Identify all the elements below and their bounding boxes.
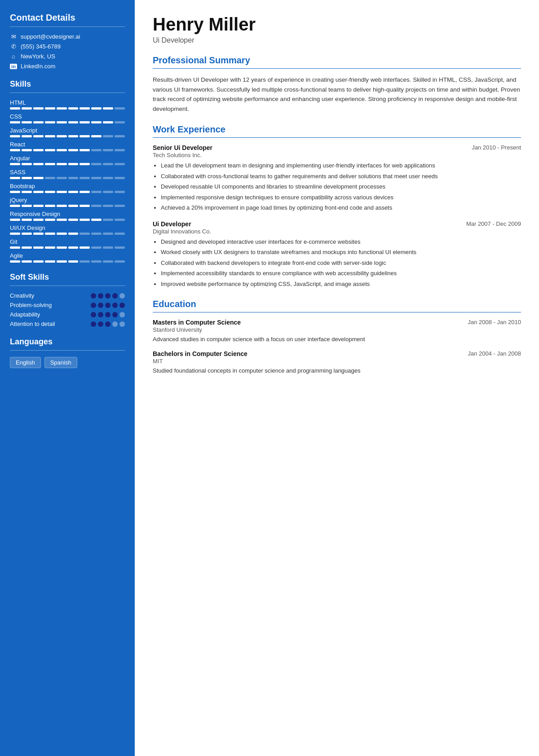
job-company: Digital Innovations Co. (153, 228, 521, 235)
contact-email: ✉ support@cvdesigner.ai (10, 33, 125, 40)
skill-bar-filled (45, 219, 55, 221)
soft-skills-heading: Soft Skills (10, 273, 125, 282)
skill-bar (10, 163, 125, 165)
skill-bar-filled (45, 205, 55, 207)
skill-bar (10, 246, 125, 249)
skill-bar-filled (10, 191, 20, 193)
skill-bar-filled (80, 163, 90, 165)
resume-job-title: Ui Developer (153, 36, 521, 44)
skill-bar-filled (33, 163, 44, 165)
phone-icon: ✆ (10, 43, 17, 50)
dot-filled (112, 312, 118, 317)
skill-bar-empty (80, 260, 90, 263)
soft-skills-divider (10, 286, 125, 286)
skill-bar (10, 177, 125, 179)
skill-bar-empty (91, 163, 102, 165)
skill-name: CSS (10, 113, 125, 120)
skill-bar-filled (57, 135, 67, 137)
skill-bar-filled (68, 149, 79, 151)
job-title: Senior Ui Developer (153, 144, 212, 151)
job-dates: Mar 2007 - Dec 2009 (466, 220, 521, 227)
skill-bar-empty (115, 121, 125, 123)
skill-bar-empty (115, 260, 125, 263)
dot-filled (112, 303, 118, 308)
job-bullet: Lead the UI development team in designin… (161, 161, 521, 170)
edu-block: Bachelors in Computer ScienceJan 2004 - … (153, 350, 521, 375)
skill-bar-filled (80, 121, 90, 123)
edu-dates: Jan 2008 - Jan 2010 (468, 319, 521, 325)
language-tags: EnglishSpanish (10, 357, 125, 368)
languages-heading: Languages (10, 337, 125, 347)
skill-bar-filled (91, 121, 102, 123)
skill-bar-filled (103, 121, 113, 123)
skill-bar (10, 121, 125, 123)
skill-bar-filled (33, 135, 44, 137)
soft-skill-name: Attention to detail (10, 321, 55, 327)
skill-bar-filled (45, 135, 55, 137)
dot-empty (112, 321, 118, 327)
skills-divider (10, 92, 125, 93)
contact-phone: ✆ (555) 345-6789 (10, 43, 125, 50)
soft-skill-dots (91, 312, 125, 317)
soft-skill-row: Problem-solving (10, 302, 125, 308)
job-company: Tech Solutions Inc. (153, 152, 521, 158)
skill-bar-filled (57, 163, 67, 165)
skill-bar-filled (68, 233, 79, 235)
skill-item: jQuery (10, 197, 125, 207)
skill-item: Git (10, 238, 125, 249)
skill-bar-filled (80, 219, 90, 221)
job-header: Ui DeveloperMar 2007 - Dec 2009 (153, 220, 521, 228)
main-content: Henry Miller Ui Developer Professional S… (135, 0, 539, 756)
skill-bar-filled (10, 177, 20, 179)
linkedin-icon: in (10, 64, 17, 69)
dot-filled (105, 293, 110, 299)
skill-name: Git (10, 238, 125, 245)
job-title: Ui Developer (153, 220, 191, 228)
summary-heading: Professional Summary (153, 55, 521, 66)
skill-bar-filled (80, 205, 90, 207)
education-list: Masters in Computer ScienceJan 2008 - Ja… (153, 319, 521, 375)
skill-bar (10, 219, 125, 221)
skill-bar-empty (115, 233, 125, 235)
skill-name: Responsive Design (10, 211, 125, 217)
soft-skill-name: Problem-solving (10, 302, 52, 308)
skill-bar-empty (115, 219, 125, 221)
job-bullet: Collaborated with backend developers to … (161, 259, 521, 268)
skill-item: CSS (10, 113, 125, 123)
skill-bar-empty (80, 177, 90, 179)
dot-filled (105, 321, 110, 327)
edu-block: Masters in Computer ScienceJan 2008 - Ja… (153, 319, 521, 344)
skill-bar-empty (103, 246, 113, 249)
skill-bar-filled (68, 135, 79, 137)
job-block: Senior Ui DeveloperJan 2010 - PresentTec… (153, 144, 521, 212)
skill-bar (10, 260, 125, 263)
edu-school: MIT (153, 358, 521, 365)
skill-bar-filled (57, 121, 67, 123)
skill-bar-empty (115, 205, 125, 207)
skill-bar-filled (80, 107, 90, 110)
skill-bar-filled (68, 205, 79, 207)
skill-bar-filled (80, 246, 90, 249)
soft-skill-row: Adaptability (10, 311, 125, 318)
skill-bar-empty (103, 163, 113, 165)
contact-location: ⌂ NewYork, US (10, 53, 125, 60)
skill-bar-empty (115, 163, 125, 165)
job-bullet: Implemented responsive design techniques… (161, 193, 521, 202)
skill-bar-empty (103, 149, 113, 151)
skill-bar-filled (10, 149, 20, 151)
skill-item: SASS (10, 169, 125, 179)
skill-bar-filled (45, 149, 55, 151)
contact-email-text: support@cvdesigner.ai (21, 33, 80, 40)
skill-bar-filled (22, 191, 32, 193)
job-bullet: Developed reusable UI components and lib… (161, 182, 521, 191)
skill-bar-filled (22, 246, 32, 249)
skill-name: Agile (10, 252, 125, 259)
job-bullets: Lead the UI development team in designin… (153, 161, 521, 212)
skill-bar-empty (91, 233, 102, 235)
skill-bar-filled (10, 246, 20, 249)
email-icon: ✉ (10, 33, 17, 40)
skill-name: React (10, 141, 125, 148)
skill-bar-empty (103, 177, 113, 179)
dot-empty (119, 321, 125, 327)
skill-item: HTML (10, 99, 125, 110)
